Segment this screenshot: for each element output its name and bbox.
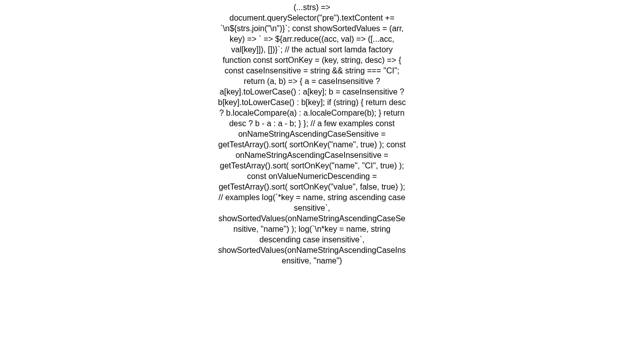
content-column: (...strs) => document.querySelector("pre… <box>216 0 408 266</box>
code-snippet-text: (...strs) => document.querySelector("pre… <box>216 2 408 266</box>
